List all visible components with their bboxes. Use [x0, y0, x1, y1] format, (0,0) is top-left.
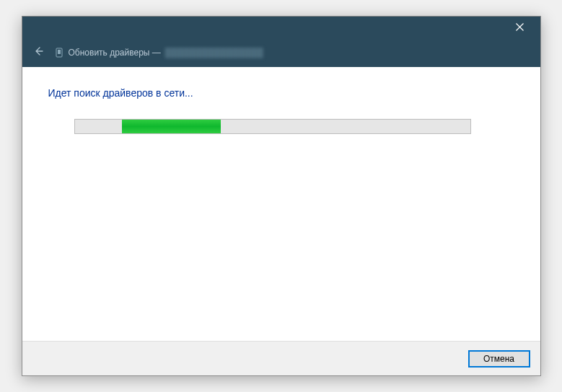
close-button[interactable] — [506, 17, 535, 38]
title-prefix: Обновить драйверы — — [69, 48, 161, 58]
device-icon — [54, 48, 64, 58]
titlebar — [22, 17, 540, 38]
status-text: Идет поиск драйверов в сети... — [48, 87, 514, 99]
svg-rect-1 — [58, 50, 61, 54]
driver-update-dialog: Обновить драйверы — ████████████████ Иде… — [22, 16, 541, 376]
dialog-content: Идет поиск драйверов в сети... — [22, 67, 540, 341]
progress-bar — [74, 119, 471, 134]
dialog-footer: Отмена — [22, 341, 540, 375]
dialog-header: Обновить драйверы — ████████████████ — [22, 38, 540, 67]
progress-container — [74, 119, 471, 134]
device-name: ████████████████ — [165, 48, 263, 58]
cancel-button[interactable]: Отмена — [468, 350, 530, 368]
dialog-title: Обновить драйверы — ████████████████ — [54, 48, 263, 58]
progress-fill — [122, 120, 221, 133]
back-button[interactable] — [31, 45, 45, 60]
back-arrow-icon — [33, 46, 43, 59]
close-icon — [516, 21, 524, 34]
